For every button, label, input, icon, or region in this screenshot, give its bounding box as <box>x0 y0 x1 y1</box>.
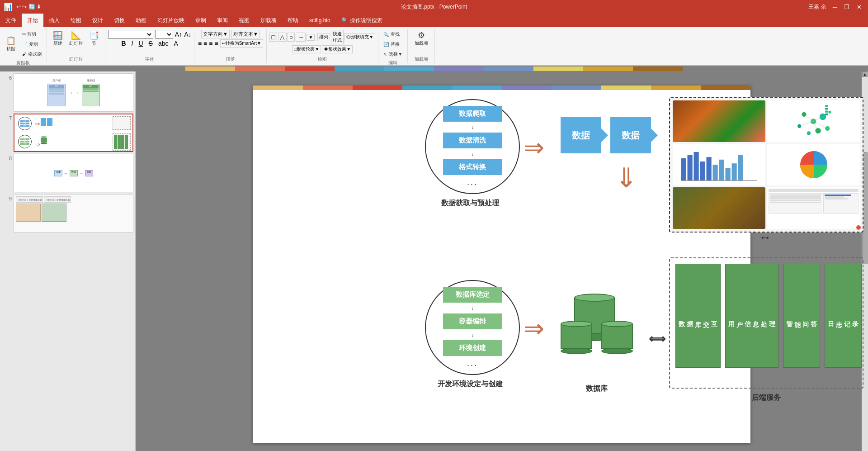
crawl-box[interactable]: 数据爬取 <box>443 106 502 122</box>
pie-chart <box>767 144 860 185</box>
svg-rect-20 <box>700 161 705 180</box>
tab-draw[interactable]: 绘图 <box>65 14 87 27</box>
titlebar: 📊 ↩ ↪ 🔄 ⬇ 论文插图.pptx - PowerPoint 王嘉 余 ─ … <box>0 0 868 14</box>
shape-outline-button[interactable]: □形状轮廓▼ <box>292 45 321 53</box>
shape-fill-button[interactable]: ◎形状填充▼ <box>344 33 375 41</box>
replace-button[interactable]: 🔄替换 <box>381 40 405 49</box>
ribbon: 文件 开始 插入 绘图 设计 切换 动画 幻灯片放映 录制 审阅 视图 加载项 … <box>0 14 868 66</box>
paragraph-label: 段落 <box>226 55 235 62</box>
font-family-select[interactable] <box>108 30 153 39</box>
shapes-more[interactable]: ▼ <box>307 34 315 41</box>
align-right-button[interactable]: ≡ <box>209 40 212 47</box>
window-controls: ─ ❐ ✕ <box>830 4 864 10</box>
tab-file[interactable]: 文件 <box>0 14 22 27</box>
clean-box[interactable]: 数据清洗 <box>443 133 502 148</box>
slide-thumb-8[interactable]: 8 步骤 → 数据 → 分析 <box>2 154 133 192</box>
tab-design[interactable]: 设计 <box>87 14 108 27</box>
align-text-button[interactable]: 对齐文本▼ <box>231 30 260 38</box>
db-interaction-box[interactable]: 数据库交互 <box>675 264 721 368</box>
tab-addins[interactable]: 加载项 <box>255 14 282 27</box>
select-button[interactable]: ↖选择▼ <box>381 50 405 59</box>
slide-canvas: 数据爬取 ↓ 数据清洗 ↓ 格式转换 ... ⇒ 数据 数据 ⇓ <box>253 85 750 443</box>
svg-rect-15 <box>825 110 828 112</box>
tab-view[interactable]: 视图 <box>233 14 255 27</box>
restore-button[interactable]: ❐ <box>841 4 852 10</box>
strikethrough-button[interactable]: S <box>147 40 155 47</box>
tab-scifig[interactable]: scifig.bio <box>304 14 336 27</box>
slide-8-preview[interactable]: 步骤 → 数据 → 分析 <box>14 154 133 192</box>
tab-help[interactable]: 帮助 <box>282 14 304 27</box>
shape-rect[interactable]: □ <box>269 33 277 42</box>
data-acquisition-circle: 数据爬取 ↓ 数据清洗 ↓ 格式转换 ... <box>425 99 520 194</box>
data-box-2[interactable]: 数据 <box>610 117 651 153</box>
slide-thumb-7[interactable]: 7 爬取 清洗 转换 ⇒ 选定 编排 <box>2 114 133 152</box>
paste-button[interactable]: 📋 粘贴 <box>3 35 19 53</box>
cut-button[interactable]: ✂ 剪切 <box>20 30 44 39</box>
arrange-button[interactable]: 排列 <box>317 33 330 41</box>
bold-button[interactable]: B <box>119 40 127 47</box>
svg-rect-17 <box>681 158 686 180</box>
underline-button[interactable]: U <box>137 40 145 47</box>
shape-tri[interactable]: △ <box>278 33 287 42</box>
font-color-button[interactable]: A <box>172 40 179 47</box>
tab-animation[interactable]: 动画 <box>130 14 152 27</box>
log-box[interactable]: 日志记录 <box>825 264 862 368</box>
qa-box[interactable]: 智能问答 <box>783 264 820 368</box>
slide-area[interactable]: ▲ ▼ <box>136 71 868 451</box>
data-box-1[interactable]: 数据 <box>561 117 601 153</box>
align-left-button[interactable]: ≡ <box>198 40 202 47</box>
shape-arrow[interactable]: → <box>296 33 306 42</box>
label-database: 数据库 <box>561 384 633 394</box>
italic-button[interactable]: I <box>130 40 135 47</box>
tab-insert[interactable]: 插入 <box>43 14 65 27</box>
tab-search[interactable]: 🔍操作说明搜索 <box>336 14 388 27</box>
justify-button[interactable]: ≡ <box>214 40 218 47</box>
align-center-button[interactable]: ≡ <box>203 40 207 47</box>
tab-transition[interactable]: 切换 <box>108 14 130 27</box>
bar-chart <box>673 144 765 185</box>
label-backend: 后端服务 <box>710 393 823 403</box>
addon-button[interactable]: ⚙ 加载项 <box>412 30 430 48</box>
quick-styles-button[interactable]: 快速样式 <box>331 30 344 44</box>
text-direction-button[interactable]: 文字方向▼ <box>201 30 230 38</box>
label-data-acquisition: 数据获取与预处理 <box>407 199 533 208</box>
slide-layout-button[interactable]: 📐 幻灯片 <box>67 30 85 48</box>
increase-font-button[interactable]: A↑ <box>175 31 182 38</box>
db-backend-arrow: ⟺ <box>649 332 665 346</box>
main-area: 6 用户端 视图 →→ 服务端 <box>0 71 868 451</box>
svg-line-10 <box>799 121 813 126</box>
slide-thumb-9[interactable]: 9 一级文本：主要事项名称 一级文本：次要事项名称 <box>2 194 133 233</box>
screenshot-container <box>669 97 863 233</box>
shadow-button[interactable]: abc <box>156 40 170 47</box>
container-box[interactable]: 容器编排 <box>443 313 502 329</box>
paste-icon: 📋 <box>6 37 16 45</box>
tab-review[interactable]: 审阅 <box>212 14 233 27</box>
tab-home[interactable]: 开始 <box>22 14 43 27</box>
shape-effect-button[interactable]: ◈形状效果▼ <box>322 45 353 53</box>
decrease-font-button[interactable]: A↓ <box>184 31 191 38</box>
slide-7-preview[interactable]: 爬取 清洗 转换 ⇒ 选定 编排 创建 ⇒ <box>14 114 133 152</box>
font-size-select[interactable] <box>155 30 173 39</box>
db-select-box[interactable]: 数据库选定 <box>443 287 502 303</box>
convert-box[interactable]: 格式转换 <box>443 159 502 175</box>
convert-smartart-button[interactable]: ↩转换为SmartArt▼ <box>220 39 263 47</box>
minimize-button[interactable]: ─ <box>830 4 840 10</box>
layout-icon: 📐 <box>71 31 81 39</box>
find-button[interactable]: 🔍查找 <box>381 30 405 39</box>
tab-record[interactable]: 录制 <box>190 14 212 27</box>
slide-6-preview[interactable]: 用户端 视图 →→ 服务端 API <box>14 73 133 112</box>
format-painter-button[interactable]: 🖌 格式刷 <box>20 50 44 59</box>
shape-circle[interactable]: ○ <box>288 33 295 42</box>
slide-panel[interactable]: 6 用户端 视图 →→ 服务端 <box>0 71 136 451</box>
top-backend-arrow: ↕ <box>759 235 773 241</box>
new-slide-button[interactable]: 🪟 新建 <box>50 30 66 48</box>
slide-9-preview[interactable]: 一级文本：主要事项名称 一级文本：次要事项名称 <box>14 194 133 233</box>
close-button[interactable]: ✕ <box>854 4 864 10</box>
section-button[interactable]: 📑 节 <box>86 30 102 48</box>
user-info-box[interactable]: 用户信息处理 <box>725 264 778 368</box>
slide-thumb-6[interactable]: 6 用户端 视图 →→ 服务端 <box>2 73 133 112</box>
slides-label: 幻灯片 <box>69 55 83 62</box>
copy-button[interactable]: 📄 复制 <box>20 40 44 49</box>
tab-slideshow[interactable]: 幻灯片放映 <box>152 14 190 27</box>
env-create-box[interactable]: 环境创建 <box>443 340 502 356</box>
